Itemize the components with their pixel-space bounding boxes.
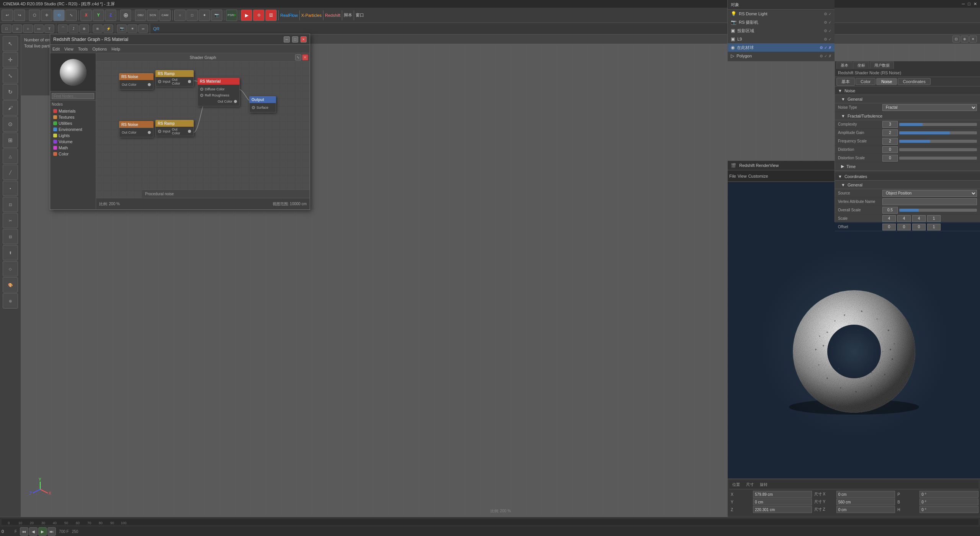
goto-end-btn[interactable]: ⏭ (47, 527, 56, 536)
canvas-close-btn[interactable]: ✕ (302, 54, 308, 60)
rs-noise-1-outcolor-dot[interactable] (148, 83, 151, 86)
distortion-scale-input[interactable] (882, 155, 898, 162)
noise-type-select[interactable]: Fractal Perlin Turbulence (882, 104, 977, 111)
category-volume[interactable]: Volume (52, 139, 94, 145)
distortion-slider[interactable] (899, 148, 977, 151)
close-btn[interactable]: ✕ (973, 2, 977, 7)
spline-icon[interactable]: ⌒ (58, 25, 68, 33)
rotate-btn[interactable]: ⟲ (53, 10, 65, 21)
size-z-value[interactable]: 0 cm (836, 506, 895, 513)
menu-edit[interactable]: Edit (52, 47, 60, 51)
rs-ramp-1-outcolor-dot[interactable] (188, 80, 191, 83)
viewport-btn-2[interactable]: ⊕ (961, 36, 969, 42)
tweak-tool[interactable]: ⊞ (3, 132, 18, 148)
tab-coord[interactable]: 坐标 (853, 62, 869, 69)
cube-icon[interactable]: □ (2, 25, 11, 33)
cube-btn[interactable]: □ (186, 10, 198, 21)
redo-btn[interactable]: ↪ (14, 10, 25, 21)
scene-item-dome-light[interactable]: 💡 RS Dome Light ⚙ ✓ (728, 10, 835, 18)
camera-obj-btn[interactable]: 📷 (211, 10, 222, 21)
play-btn[interactable]: ▶ (38, 527, 47, 536)
render-customize-menu[interactable]: Customize (748, 174, 768, 178)
x-axis-btn[interactable]: X (80, 10, 92, 21)
boole-icon[interactable]: ⊕ (79, 25, 89, 33)
move-btn[interactable]: ✛ (41, 10, 52, 21)
plane-icon[interactable]: ▭ (34, 25, 44, 33)
tab-userdata[interactable]: 用户数据 (870, 62, 894, 69)
bridge-tool[interactable]: ⊟ (3, 229, 18, 244)
find-nodes-input[interactable] (52, 93, 94, 99)
rs-ramp-2-node[interactable]: RS Ramp Input Out Color (155, 120, 194, 136)
category-math[interactable]: Math (52, 145, 94, 151)
source-select[interactable]: Object Position World Position UV (882, 190, 977, 197)
goto-start-btn[interactable]: ⏮ (20, 527, 28, 536)
subtab-basic[interactable]: 基本 (836, 78, 855, 86)
ik-tool[interactable]: ⊛ (3, 293, 18, 309)
scale-y-input[interactable] (897, 215, 911, 222)
rs-material-roughness-dot[interactable] (200, 94, 203, 97)
transform-rot-tab[interactable]: 旋转 (760, 482, 768, 487)
y-axis-btn[interactable]: Y (93, 10, 104, 21)
category-environment[interactable]: Environment (52, 126, 94, 132)
shader-close-btn[interactable]: ✕ (301, 36, 307, 42)
freq-scale-input[interactable] (882, 138, 898, 145)
scene-item-polygon[interactable]: ▷ Polygon ⚙ ✓ ✗ (728, 52, 835, 60)
undo-btn[interactable]: ↩ (2, 10, 13, 21)
coordinates-section-header[interactable]: ▼ Coordinates (835, 172, 980, 181)
rs-noise-2-outcolor-dot[interactable] (148, 131, 151, 134)
extrude-icon[interactable]: ⤴ (69, 25, 78, 33)
overall-scale-slider[interactable] (899, 209, 977, 212)
rs-ramp-2-outcolor-dot[interactable] (188, 130, 191, 133)
shader-minimize-btn[interactable]: ─ (284, 36, 290, 42)
rs-material-outcolor-dot[interactable] (234, 100, 237, 103)
point-tool[interactable]: • (3, 181, 18, 196)
output-node[interactable]: Output Surface (249, 96, 276, 113)
scene-item-camera[interactable]: 📷 RS 摄影机 ⚙ ✓ (728, 18, 835, 26)
sphere-icon[interactable]: ○ (23, 25, 33, 33)
scene-item-proj[interactable]: ▣ 投影区域 ⚙ ✓ (728, 26, 835, 35)
scene-btn[interactable]: SCN (147, 10, 158, 21)
freq-scale-slider[interactable] (899, 140, 977, 143)
scale-x-input[interactable] (882, 215, 896, 222)
floor-icon[interactable]: ═ (138, 25, 148, 33)
subtab-noise[interactable]: Noise (876, 78, 897, 85)
size-y-value[interactable]: 560 cm (836, 498, 895, 505)
render-file-menu[interactable]: File (729, 174, 736, 178)
rot-b-value[interactable]: 0 ° (920, 498, 978, 505)
bevel-tool[interactable]: ◇ (3, 261, 18, 276)
paint-tool[interactable]: 🎨 (3, 277, 18, 293)
amplitude-gain-slider[interactable] (899, 131, 977, 134)
amplitude-gain-input[interactable] (882, 129, 898, 136)
menu-options[interactable]: Options (92, 47, 107, 51)
subtab-color[interactable]: Color (856, 78, 875, 85)
loop-tool[interactable]: ⊡ (3, 197, 18, 212)
move-tool[interactable]: ✛ (3, 52, 18, 67)
menu-view[interactable]: View (64, 47, 74, 51)
noise-section-header[interactable]: ▼ Noise (835, 87, 980, 95)
edge-tool[interactable]: ╱ (3, 165, 18, 180)
rs-noise-2-node[interactable]: RS Noise Out Color (119, 121, 154, 137)
subtab-coordinates[interactable]: Coordinates (898, 78, 930, 85)
rs-material-node[interactable]: RS Material Diffuse Color Refl Roughness (198, 78, 240, 106)
distortion-input[interactable] (882, 146, 898, 153)
vertex-attr-input[interactable] (882, 198, 977, 205)
camera-icon[interactable]: 📷 (117, 25, 127, 33)
light-btn[interactable]: ✦ (199, 10, 210, 21)
magnet-tool[interactable]: ⊙ (3, 116, 18, 132)
rs-ramp-2-input-dot[interactable] (158, 130, 161, 133)
time-section-header[interactable]: ▶ Time (835, 162, 980, 171)
overall-scale-input[interactable] (882, 207, 898, 214)
add-btn[interactable]: ⊕ (120, 10, 131, 21)
category-lights[interactable]: Lights (52, 132, 94, 139)
scale-w-input[interactable] (927, 215, 941, 222)
size-x-value[interactable]: 0 cm (836, 491, 895, 498)
render-settings-btn[interactable]: ⚙ (253, 10, 265, 21)
transform-size-tab[interactable]: 尺寸 (746, 482, 754, 487)
menu-tools[interactable]: Tools (78, 47, 88, 51)
sky-icon[interactable]: ☀ (127, 25, 137, 33)
scale-z-input[interactable] (912, 215, 926, 222)
z-axis-btn[interactable]: Z (105, 10, 116, 21)
render-view-btn[interactable]: 🖼 (265, 10, 277, 21)
category-color[interactable]: Color (52, 151, 94, 157)
polygon-tool[interactable]: △ (3, 149, 18, 164)
